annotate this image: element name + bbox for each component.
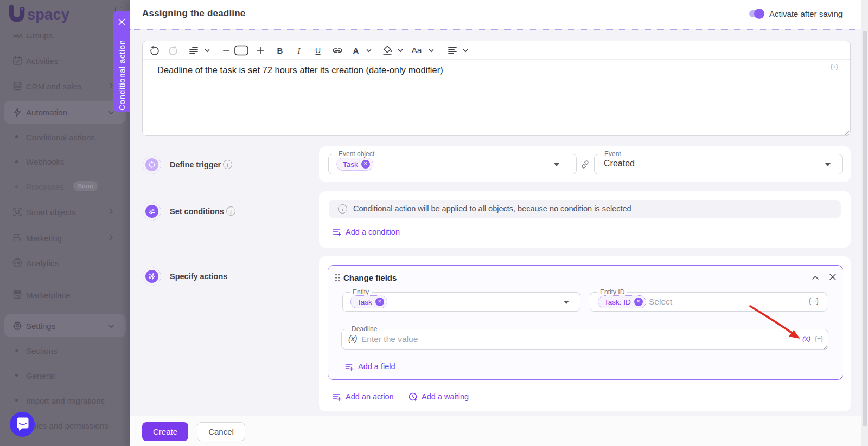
svg-text:B: B — [277, 46, 283, 55]
svg-text:spacy: spacy — [27, 7, 69, 23]
svg-text:A: A — [353, 46, 359, 55]
svg-text:I: I — [297, 47, 301, 55]
svg-text:U: U — [315, 46, 321, 55]
svg-text:Aa: Aa — [412, 46, 422, 55]
